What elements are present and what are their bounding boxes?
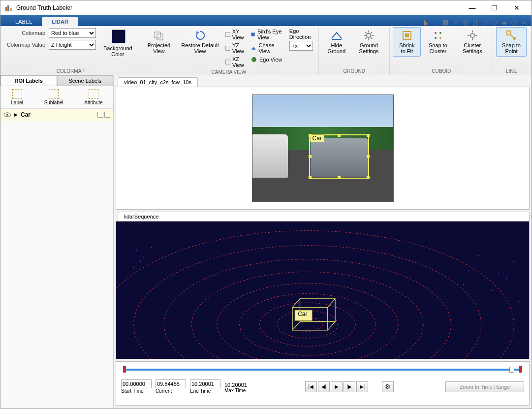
lidar-canvas: Car	[116, 221, 529, 359]
step-back-button[interactable]: ◀|	[318, 381, 330, 392]
label-item-car[interactable]: ▶ Car	[0, 109, 113, 121]
ribbon-tab-row: LABEL LIDAR ? ?	[0, 15, 532, 26]
xz-view-button[interactable]: XZ View	[224, 56, 248, 68]
timeline-track[interactable]	[121, 366, 524, 375]
tab-lidar[interactable]: LIDAR	[42, 17, 78, 26]
zoom-settings-button[interactable]: ⚙	[382, 381, 394, 392]
ground-settings-button[interactable]: Ground Settings	[351, 27, 386, 57]
cuboid-roi-icon[interactable]	[104, 112, 110, 118]
svg-rect-0	[5, 7, 7, 11]
close-button[interactable]: ✕	[505, 1, 528, 15]
restore-default-view-button[interactable]: Restore Default View	[178, 27, 222, 68]
colormap-value-label: Colormap Value	[5, 42, 47, 48]
qat-help-icon[interactable]: ?	[511, 19, 518, 26]
lidar-pane[interactable]: Car	[116, 221, 530, 359]
step-forward-button[interactable]: |▶	[344, 381, 355, 392]
end-time-input[interactable]	[190, 379, 220, 388]
sublabel-icon	[49, 89, 59, 99]
qat-dropdown-icon[interactable]	[521, 19, 528, 26]
shrink-icon	[401, 30, 413, 41]
left-panel: ROI Labels Scene Labels Label Sublabel A…	[0, 75, 114, 408]
ego-icon	[250, 56, 257, 63]
expand-icon[interactable]: ▶	[14, 112, 18, 117]
svg-point-20	[367, 33, 371, 37]
svg-rect-22	[405, 33, 409, 37]
tab-scene-labels[interactable]: Scene Labels	[57, 75, 114, 86]
shrink-to-fit-button[interactable]: Shrink to Fit	[393, 27, 421, 57]
quick-access-toolbar: ? ?	[422, 19, 532, 26]
save-icon[interactable]	[442, 19, 449, 26]
projected-view-button[interactable]: Projected View	[142, 27, 176, 68]
yz-view-button[interactable]: YZ View	[224, 42, 248, 55]
svg-point-44	[143, 256, 144, 257]
snap-to-point-button[interactable]: Snap to Point	[496, 27, 527, 57]
main-area: ROI Labels Scene Labels Label Sublabel A…	[0, 75, 532, 408]
label-icon	[12, 89, 22, 99]
background-color-swatch	[112, 30, 125, 43]
help-icon[interactable]: ?	[432, 19, 439, 26]
svg-point-43	[136, 250, 137, 251]
add-attribute-button[interactable]: Attribute	[84, 89, 102, 105]
svg-rect-28	[507, 31, 511, 35]
video-pane[interactable]: Car	[116, 87, 530, 210]
snap-point-icon	[505, 30, 517, 41]
colormap-select[interactable]: Red to blue	[49, 28, 96, 38]
play-button[interactable]: ▶	[331, 381, 343, 392]
svg-point-45	[133, 267, 134, 268]
hide-ground-button[interactable]: Hide Ground	[322, 27, 351, 57]
svg-rect-17	[251, 32, 254, 36]
projected-view-icon	[153, 30, 165, 41]
chase-view-button[interactable]: Chase View	[250, 42, 285, 55]
cluster-icon	[432, 30, 444, 41]
xy-view-button[interactable]: XY View	[224, 28, 248, 41]
colormap-value-select[interactable]: Z Height	[49, 40, 96, 50]
video-tab[interactable]: video_01_city_c2s_fcw_10s	[118, 77, 198, 87]
add-label-button[interactable]: Label	[11, 89, 23, 105]
svg-point-24	[439, 32, 441, 34]
background-color-button[interactable]: Background Color	[100, 27, 136, 60]
tab-label[interactable]: LABEL	[5, 17, 42, 26]
bounding-box[interactable]: Car	[309, 134, 369, 179]
attribute-icon	[89, 89, 98, 99]
lidar-tab[interactable]: lidarSequence	[118, 212, 530, 221]
minimize-button[interactable]: —	[461, 1, 483, 15]
add-sublabel-button[interactable]: Sublabel	[44, 89, 63, 105]
timeline-thumb[interactable]	[509, 367, 514, 373]
ego-direction-select[interactable]: +x	[289, 41, 313, 51]
birds-eye-view-button[interactable]: Bird's Eye View	[250, 28, 285, 41]
print-icon[interactable]	[501, 19, 508, 26]
max-time-value: 10.20001	[224, 382, 247, 388]
group-camera-footer: CAMERA VIEW	[142, 68, 315, 76]
svg-rect-2	[10, 8, 12, 11]
copy-icon[interactable]	[462, 19, 469, 26]
restore-icon	[194, 30, 206, 41]
ego-view-button[interactable]: Ego View	[250, 56, 285, 63]
tab-roi-labels[interactable]: ROI Labels	[0, 75, 57, 86]
app-icon	[4, 4, 12, 12]
svg-rect-13	[157, 34, 163, 40]
svg-point-52	[519, 301, 520, 302]
group-colormap-footer: COLORMAP	[5, 67, 136, 75]
cluster-settings-button[interactable]: Cluster Settings	[455, 27, 490, 57]
gear-icon	[363, 30, 375, 41]
current-time-input[interactable]	[156, 379, 186, 388]
maximize-button[interactable]: ☐	[483, 1, 505, 15]
visibility-icon[interactable]	[3, 111, 11, 119]
rect-roi-icon[interactable]	[97, 112, 103, 118]
goto-end-button[interactable]: ▶|	[356, 381, 368, 392]
timeline-end-marker[interactable]	[519, 366, 522, 373]
hand-icon[interactable]	[422, 19, 429, 26]
svg-point-47	[140, 261, 141, 262]
group-line: Snap to Point LINE	[493, 27, 530, 75]
paste-icon[interactable]	[471, 19, 478, 26]
start-time-input[interactable]	[121, 379, 152, 388]
cut-icon[interactable]	[452, 19, 459, 26]
window-title: Ground Truth Labeler	[16, 4, 461, 11]
undo-icon[interactable]	[481, 19, 488, 26]
snap-to-cluster-button[interactable]: Snap to Cluster	[421, 27, 455, 57]
timeline-start-marker[interactable]	[123, 366, 126, 373]
svg-rect-12	[155, 32, 160, 38]
redo-icon[interactable]	[491, 19, 498, 26]
zoom-time-range-button[interactable]: Zoom In Time Range	[445, 381, 524, 392]
goto-start-button[interactable]: |◀	[305, 381, 317, 392]
